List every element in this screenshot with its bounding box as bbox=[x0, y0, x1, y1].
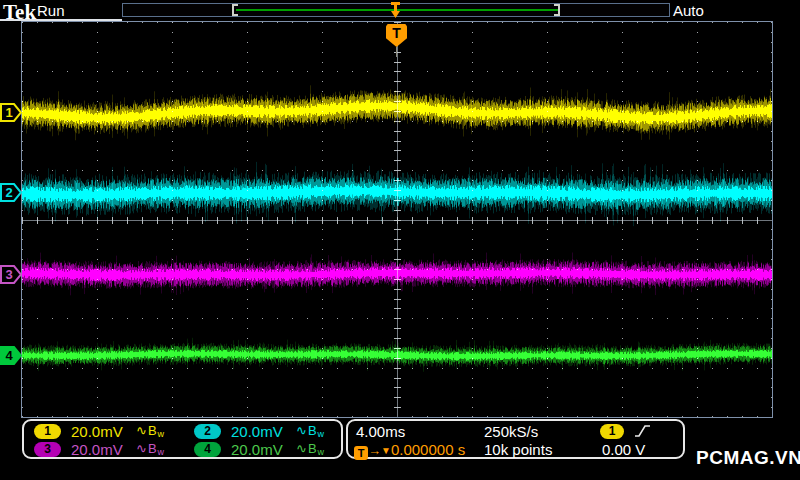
ac-coupling-icon: ∿ bbox=[296, 423, 308, 438]
channel-3-marker-label: 3 bbox=[3, 266, 15, 283]
channel-4-badge: 4 bbox=[194, 442, 221, 457]
channel-2-coupling-icons: ∿Bw bbox=[296, 423, 325, 439]
trigger-position-stem bbox=[396, 47, 397, 57]
ac-coupling-icon: ∿ bbox=[136, 441, 148, 456]
channel-2-scale: 20.0mV bbox=[231, 423, 295, 440]
trigger-level-readout: 0.00 V bbox=[602, 441, 645, 459]
graticule-frame bbox=[21, 21, 773, 418]
channel-1-coupling-icons: ∿Bw bbox=[136, 423, 165, 439]
channel-1-marker-label: 1 bbox=[3, 104, 15, 121]
channel-1-badge: 1 bbox=[34, 424, 61, 439]
channel-3-coupling-icons: ∿Bw bbox=[136, 441, 165, 457]
channel-readouts-box: 1 20.0mV ∿Bw 2 20.0mV ∿Bw 3 20.0mV ∿Bw 4… bbox=[22, 419, 343, 459]
trigger-t-icon: T bbox=[354, 446, 368, 460]
trigger-mode-label: Auto bbox=[673, 2, 704, 19]
time-per-div-readout: 4.00ms bbox=[356, 423, 405, 441]
channel-3-ground-marker: 3 bbox=[0, 265, 22, 284]
trigger-position-readout: T→▼0.000000 s bbox=[354, 441, 465, 459]
channel-4-coupling-icons: ∿Bw bbox=[296, 441, 325, 457]
channel-3-scale: 20.0mV bbox=[71, 441, 135, 458]
watermark: PCMAG.VN bbox=[696, 447, 800, 469]
graticule-canvas bbox=[22, 22, 772, 417]
channel-1-scale: 20.0mV bbox=[71, 423, 135, 440]
ac-coupling-icon: ∿ bbox=[136, 423, 148, 438]
channel-1-ground-marker: 1 bbox=[0, 103, 22, 122]
channel-4-scale: 20.0mV bbox=[231, 441, 295, 458]
record-view-bar bbox=[122, 3, 670, 17]
acquisition-status: Run bbox=[37, 2, 65, 19]
channel-4-marker-label: 4 bbox=[3, 347, 15, 364]
channel-2-marker-label: 2 bbox=[3, 184, 15, 201]
oscilloscope-screen: Tek Run Auto T 1 2 3 4 1 20.0mV bbox=[0, 0, 800, 480]
trigger-source-badge: 1 bbox=[600, 424, 624, 439]
trigger-slope-rising-icon bbox=[634, 424, 652, 439]
caret-down-icon: ▼ bbox=[381, 445, 391, 456]
channel-2-badge: 2 bbox=[194, 424, 221, 439]
ac-coupling-icon: ∿ bbox=[296, 441, 308, 456]
arrow-right-icon: → bbox=[368, 443, 381, 458]
bandwidth-limit-icon: Bw bbox=[148, 441, 165, 456]
channel-4-ground-marker: 4 bbox=[0, 346, 22, 365]
record-length-readout: 10k points bbox=[484, 441, 552, 459]
bandwidth-limit-icon: Bw bbox=[308, 423, 325, 438]
trigger-position-value: 0.000000 s bbox=[391, 441, 465, 458]
bandwidth-limit-icon: Bw bbox=[308, 441, 325, 456]
sample-rate-readout: 250kS/s bbox=[484, 423, 538, 441]
channel-2-ground-marker: 2 bbox=[0, 183, 22, 202]
bandwidth-limit-icon: Bw bbox=[148, 423, 165, 438]
horizontal-trigger-readouts-box: 4.00ms 250kS/s 1 T→▼0.000000 s 10k point… bbox=[346, 419, 685, 459]
channel-3-badge: 3 bbox=[34, 442, 61, 457]
record-trigger-position-icon bbox=[389, 2, 402, 21]
